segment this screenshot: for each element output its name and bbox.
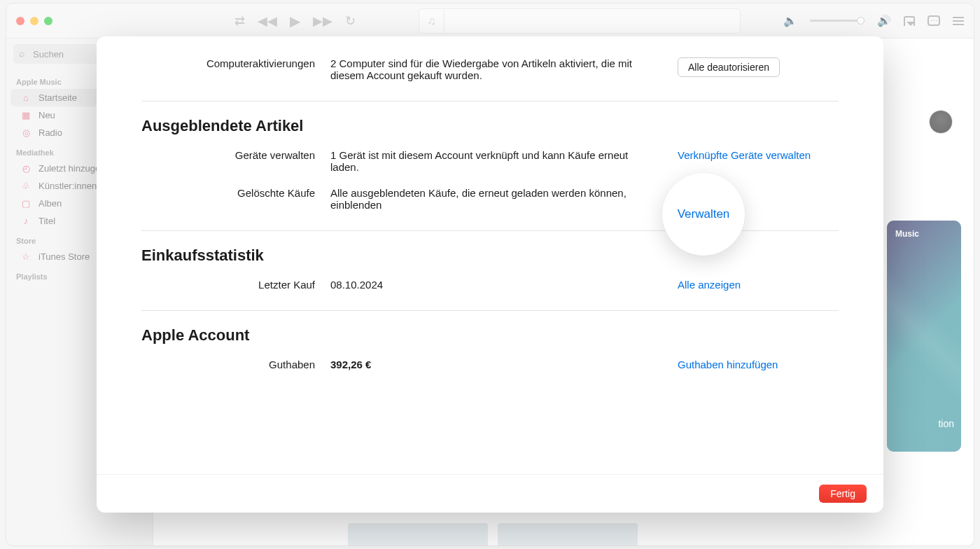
- play-icon[interactable]: [290, 13, 300, 29]
- airplay-icon[interactable]: [904, 16, 915, 26]
- label-computer-activations: Computeraktivierungen: [141, 57, 330, 69]
- sidebar-item-label: Neu: [38, 110, 55, 120]
- shuffle-icon[interactable]: [234, 13, 245, 29]
- volume-max-icon[interactable]: [877, 14, 891, 27]
- section-apple-account: Apple Account: [141, 326, 839, 345]
- show-all-purchases-link[interactable]: Alle anzeigen: [678, 279, 741, 291]
- promo-cta: tion: [938, 418, 954, 429]
- repeat-icon[interactable]: [345, 13, 356, 29]
- previous-track-icon[interactable]: [258, 13, 277, 29]
- sidebar-item-label: Titel: [38, 216, 55, 226]
- sidebar-item-label: Startseite: [38, 92, 77, 103]
- grid-icon: [20, 110, 31, 120]
- account-info-modal: Computeraktivierungen 2 Computer sind fü…: [97, 36, 883, 513]
- volume-mute-icon[interactable]: [783, 14, 797, 27]
- home-icon: [20, 92, 31, 103]
- star-icon: [20, 251, 31, 262]
- close-window-icon[interactable]: [16, 17, 24, 25]
- titlebar-right-controls: [783, 14, 964, 27]
- lyrics-icon[interactable]: [927, 15, 940, 26]
- label-manage-devices: Geräte verwalten: [141, 149, 330, 161]
- section-hidden-items: Ausgeblendete Artikel: [141, 117, 839, 135]
- sidebar-item-label: Radio: [38, 127, 62, 138]
- label-balance: Guthaben: [141, 359, 330, 370]
- divider: [141, 230, 839, 231]
- label-last-purchase: Letzter Kauf: [141, 279, 330, 291]
- window-traffic-lights[interactable]: [16, 17, 52, 25]
- avatar[interactable]: [929, 110, 953, 134]
- music-note-icon: [419, 8, 444, 34]
- titlebar: [6, 4, 974, 39]
- value-computer-activations: 2 Computer sind für die Wiedergabe von A…: [330, 57, 678, 81]
- sidebar-item-label: iTunes Store: [38, 251, 90, 262]
- value-balance: 392,26 €: [330, 359, 678, 370]
- sidebar-item-label: Alben: [38, 198, 62, 209]
- value-last-purchase: 08.10.2024: [330, 279, 678, 291]
- done-button[interactable]: Fertig: [819, 485, 867, 503]
- clock-icon: [20, 163, 31, 174]
- value-deleted-purchases: Alle ausgeblendeten Käufe, die erneut ge…: [330, 187, 678, 211]
- minimize-window-icon[interactable]: [30, 17, 38, 25]
- promo-badge: Music: [895, 229, 953, 239]
- apple-music-promo-card[interactable]: Music tion: [887, 221, 961, 452]
- fullscreen-window-icon[interactable]: [44, 17, 52, 25]
- radio-icon: [20, 127, 31, 138]
- value-manage-devices: 1 Gerät ist mit diesem Account verknüpft…: [330, 149, 678, 173]
- add-funds-link[interactable]: Guthaben hinzufügen: [678, 359, 778, 370]
- deauthorize-all-button[interactable]: Alle deautorisieren: [678, 57, 780, 77]
- next-track-icon[interactable]: [313, 13, 332, 29]
- search-icon: ⌕: [19, 48, 24, 59]
- section-purchase-stats: Einkaufsstatistik: [141, 246, 839, 265]
- queue-list-icon[interactable]: [953, 17, 964, 25]
- sidebar-item-label: Künstler:innen: [38, 181, 97, 191]
- album-icon: [20, 198, 31, 209]
- volume-slider[interactable]: [810, 20, 864, 22]
- album-tile[interactable]: [498, 523, 638, 545]
- playback-controls: [234, 13, 356, 29]
- manage-hidden-purchases-link[interactable]: Verwalten: [678, 187, 724, 199]
- manage-linked-devices-link[interactable]: Verknüpfte Geräte verwalten: [678, 149, 811, 161]
- divider: [141, 310, 839, 311]
- note-icon: [20, 216, 31, 226]
- divider: [141, 101, 839, 102]
- label-deleted-purchases: Gelöschte Käufe: [141, 187, 330, 199]
- mic-icon: [20, 181, 31, 191]
- album-tile[interactable]: [348, 523, 488, 545]
- now-playing-lcd: [419, 8, 741, 34]
